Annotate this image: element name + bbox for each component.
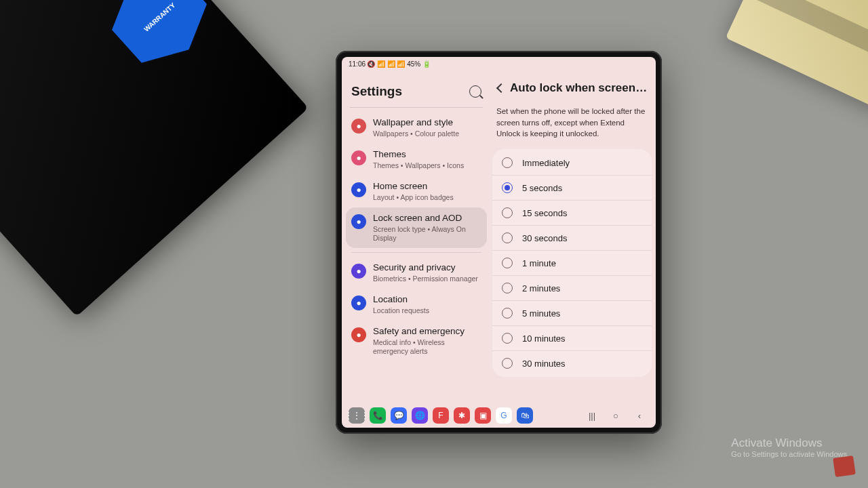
detail-description: Set when the phone will be locked after … (491, 102, 653, 149)
sidebar-item-safety-emergency[interactable]: ●Safety and emergencyMedical info • Wire… (346, 321, 487, 361)
radio-icon (502, 258, 513, 268)
windows-watermark: Activate Windows Go to Settings to activ… (731, 436, 849, 458)
dock-finder[interactable]: ✱ (454, 407, 470, 424)
sidebar-item-sub: Biometrics • Permission manager (373, 274, 478, 283)
sidebar-item-sub: Location requests (373, 306, 429, 315)
auto-lock-option[interactable]: 2 minutes (492, 275, 652, 300)
sidebar-item-location[interactable]: ●LocationLocation requests (346, 289, 487, 321)
radio-label: 30 seconds (522, 233, 568, 243)
dock-bar: ⋮⋮⋮📞💬🌐F✱▣G🛍|||○‹ (342, 405, 656, 428)
sidebar-item-sub: Medical info • Wireless emergency alerts (373, 338, 480, 356)
security-privacy-icon: ● (351, 264, 366, 279)
sidebar-item-label: Wallpaper and style (373, 117, 459, 129)
auto-lock-options: Immediately5 seconds15 seconds30 seconds… (492, 149, 652, 377)
status-indicators: 🔇 📶 📶 📶 45% 🔋 (366, 60, 649, 68)
sidebar-item-label: Security and privacy (373, 262, 478, 274)
auto-lock-option[interactable]: 30 minutes (492, 350, 652, 375)
status-time: 11:06 (349, 60, 366, 68)
radio-label: 10 minutes (522, 333, 566, 344)
radio-label: Immediately (522, 158, 570, 168)
auto-lock-option[interactable]: 5 minutes (492, 300, 652, 325)
radio-icon (502, 232, 513, 243)
tablet-frame: 11:06 🔇 📶 📶 📶 45% 🔋 Settings ●Wallpaper … (336, 51, 662, 434)
auto-lock-option[interactable]: Immediately (492, 150, 652, 175)
dock-messages[interactable]: 💬 (391, 407, 407, 424)
search-icon[interactable] (469, 85, 481, 98)
radio-icon (502, 333, 513, 344)
radio-label: 15 seconds (522, 208, 568, 218)
settings-detail-pane: Auto lock when screen… Set when the phon… (490, 70, 656, 405)
settings-title: Settings (351, 84, 402, 99)
sidebar-item-label: Location (373, 294, 429, 306)
radio-label: 30 minutes (522, 359, 566, 369)
radio-label: 5 seconds (522, 183, 562, 193)
location-icon: ● (351, 296, 366, 310)
settings-master-pane: Settings ●Wallpaper and styleWallpapers … (342, 70, 490, 405)
home-screen-icon: ● (351, 182, 366, 197)
status-bar: 11:06 🔇 📶 📶 📶 45% 🔋 (342, 57, 656, 70)
header-divider (350, 107, 483, 108)
prop-wood-block (726, 0, 868, 113)
dock-google[interactable]: G (496, 407, 512, 424)
nav-back[interactable]: ‹ (630, 408, 649, 423)
radio-label: 1 minute (522, 258, 556, 268)
sidebar-item-wallpaper-style[interactable]: ●Wallpaper and styleWallpapers • Colour … (346, 112, 487, 144)
radio-icon (502, 283, 513, 293)
screen: 11:06 🔇 📶 📶 📶 45% 🔋 Settings ●Wallpaper … (342, 57, 656, 428)
dock-flipboard[interactable]: F (433, 407, 449, 424)
radio-icon (502, 207, 513, 218)
sidebar-item-sub: Screen lock type • Always On Display (373, 225, 480, 243)
sidebar-item-security-privacy[interactable]: ●Security and privacyBiometrics • Permis… (346, 257, 487, 289)
dock-browser[interactable]: 🌐 (412, 407, 428, 424)
auto-lock-option[interactable]: 15 seconds (492, 200, 652, 225)
sidebar-item-sub: Layout • App icon badges (373, 193, 454, 202)
back-icon[interactable] (496, 83, 506, 93)
sidebar-item-sub: Wallpapers • Colour palette (373, 129, 459, 138)
safety-emergency-icon: ● (351, 327, 366, 342)
themes-icon: ● (351, 150, 366, 165)
auto-lock-option[interactable]: 5 seconds (492, 175, 652, 200)
sidebar-item-home-screen[interactable]: ●Home screenLayout • App icon badges (346, 176, 487, 207)
dock-app-drawer[interactable]: ⋮⋮⋮ (349, 407, 365, 424)
sidebar-item-label: Home screen (373, 181, 454, 192)
nav-home[interactable]: ○ (606, 408, 625, 423)
auto-lock-option[interactable]: 1 minute (492, 250, 652, 275)
sidebar-item-label: Themes (373, 149, 464, 161)
radio-icon (502, 182, 513, 193)
dock-store[interactable]: 🛍 (517, 407, 533, 424)
auto-lock-option[interactable]: 10 minutes (492, 325, 652, 350)
radio-label: 5 minutes (522, 308, 560, 319)
detail-title: Auto lock when screen… (510, 81, 648, 95)
radio-icon (502, 308, 513, 319)
dock-phone[interactable]: 📞 (370, 407, 386, 424)
sidebar-item-sub: Themes • Wallpapers • Icons (373, 161, 464, 170)
lock-screen-aod-icon: ● (351, 214, 366, 229)
auto-lock-option[interactable]: 30 seconds (492, 225, 652, 250)
dock-gallery[interactable]: ▣ (475, 407, 491, 424)
radio-icon (502, 358, 513, 369)
sidebar-item-lock-screen-aod[interactable]: ●Lock screen and AODScreen lock type • A… (346, 207, 487, 248)
settings-list[interactable]: ●Wallpaper and styleWallpapers • Colour … (343, 112, 490, 405)
sidebar-item-themes[interactable]: ●ThemesThemes • Wallpapers • Icons (346, 144, 487, 176)
sidebar-item-label: Safety and emergency (373, 326, 480, 338)
sidebar-item-label: Lock screen and AOD (373, 213, 480, 224)
wallpaper-style-icon: ● (351, 119, 366, 134)
corner-badge (833, 455, 856, 477)
radio-label: 2 minutes (522, 283, 560, 293)
radio-icon (502, 157, 513, 168)
nav-recents[interactable]: ||| (583, 408, 601, 423)
